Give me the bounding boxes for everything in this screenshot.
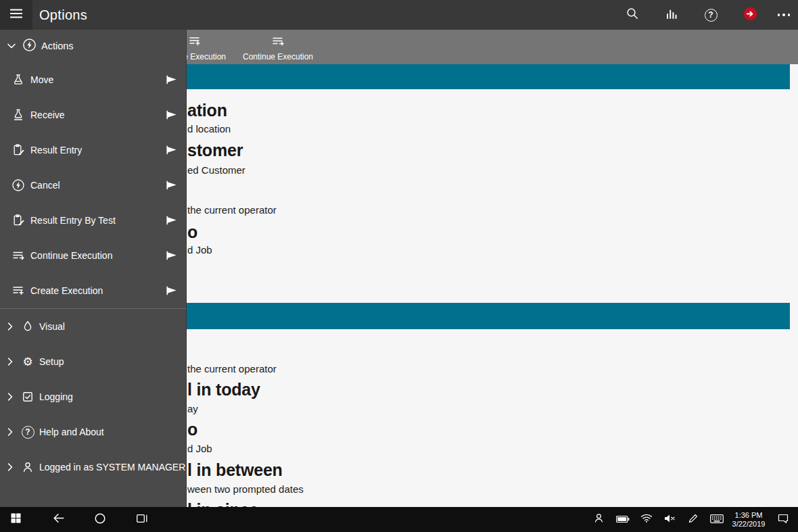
cortana-button[interactable] — [79, 507, 121, 532]
hamburger-button[interactable] — [0, 0, 32, 30]
toolbar-button-label: Continue Execution — [243, 52, 313, 62]
log-check-icon — [20, 390, 36, 404]
options-flyout-menu: Actions Move Receive — [0, 30, 187, 507]
more-icon — [778, 14, 791, 16]
windows-taskbar: 1:36 PM 3/22/2019 — [0, 507, 798, 532]
sidebar-item-label: Result Entry By Test — [30, 215, 116, 226]
clipboard-pencil-icon — [11, 143, 26, 157]
create-execution-icon — [188, 34, 202, 51]
sidebar-item-cancel[interactable]: Cancel — [0, 168, 186, 203]
lightning-circle-icon — [11, 178, 26, 192]
item-subtitle-fragment[interactable]: d location — [187, 122, 231, 135]
battery-icon — [616, 514, 630, 526]
item-title-fragment[interactable]: ation — [187, 99, 227, 121]
sidebar-group-visual[interactable]: Visual — [0, 309, 186, 344]
action-center-icon — [778, 513, 789, 527]
start-button[interactable] — [0, 507, 31, 532]
clipboard-pencil-icon — [11, 214, 26, 227]
sidebar-item-label: Move — [30, 74, 53, 85]
item-subtitle-fragment[interactable]: the current operator — [187, 203, 277, 216]
battery-button[interactable] — [611, 507, 635, 532]
toolbar-continue-execution-button[interactable]: Continue Execution — [243, 30, 313, 64]
back-button[interactable] — [37, 507, 79, 532]
sidebar-group-help-and-about[interactable]: ? Help and About — [0, 414, 186, 450]
hamburger-icon — [10, 9, 22, 21]
volume-muted-icon — [663, 514, 676, 526]
item-title-fragment[interactable]: o — [187, 418, 197, 440]
more-button[interactable] — [770, 0, 798, 30]
item-title-fragment[interactable]: stomer — [187, 139, 243, 161]
search-icon — [626, 7, 638, 22]
item-subtitle-fragment[interactable]: ed Customer — [187, 164, 245, 176]
sidebar-item-label: Create Execution — [30, 285, 103, 296]
people-icon — [593, 512, 605, 527]
people-button[interactable] — [586, 507, 611, 532]
help-icon: ? — [705, 9, 718, 22]
chevron-right-icon — [4, 427, 16, 437]
logout-icon — [743, 7, 757, 24]
sidebar-group-label: Setup — [39, 356, 64, 367]
gear-icon: ⚙ — [20, 356, 36, 368]
chevron-right-icon — [4, 356, 16, 367]
sidebar-item-move[interactable]: Move — [0, 62, 186, 97]
system-tray: 1:36 PM 3/22/2019 — [586, 507, 798, 532]
search-button[interactable] — [613, 0, 652, 30]
sidebar-item-create-execution[interactable]: Create Execution — [0, 273, 186, 308]
pin-flag-icon[interactable] — [166, 180, 178, 190]
sidebar-item-result-entry[interactable]: Result Entry — [0, 132, 186, 168]
sidebar-item-label: Cancel — [30, 180, 60, 191]
help-button[interactable]: ? — [691, 0, 730, 30]
pen-button[interactable] — [681, 507, 705, 532]
chevron-right-icon — [4, 462, 16, 473]
item-title-fragment[interactable]: l in today — [187, 379, 260, 400]
sidebar-item-continue-execution[interactable]: Continue Execution — [0, 238, 186, 273]
sidebar-group-label: Visual — [39, 321, 65, 332]
touch-keyboard-button[interactable] — [705, 507, 729, 532]
sidebar-group-setup[interactable]: ⚙ Setup — [0, 344, 186, 379]
sidebar-item-receive[interactable]: Receive — [0, 97, 186, 132]
sidebar-section-actions[interactable]: Actions — [0, 30, 186, 62]
sidebar-group-logging[interactable]: Logging — [0, 379, 186, 414]
help-icon: ? — [20, 426, 36, 439]
lightning-circle-icon — [22, 38, 37, 55]
task-view-button[interactable] — [121, 507, 163, 532]
item-subtitle-fragment[interactable]: ay — [187, 402, 198, 415]
sidebar-group-label: Help and About — [39, 427, 104, 437]
pin-flag-icon[interactable] — [166, 251, 178, 260]
flask-tray-icon — [11, 108, 26, 122]
sidebar-group-logged-in-user[interactable]: Logged in as SYSTEM MANAGER — [0, 450, 186, 485]
continue-execution-icon — [271, 34, 285, 51]
pin-flag-icon[interactable] — [166, 145, 178, 155]
volume-muted-button[interactable] — [658, 507, 681, 532]
item-title-fragment[interactable]: l in between — [187, 459, 283, 481]
user-icon — [20, 460, 36, 474]
pin-flag-icon[interactable] — [166, 286, 178, 295]
list-icon — [11, 249, 26, 262]
sidebar-item-label: Result Entry — [30, 145, 82, 155]
item-title-fragment[interactable]: o — [187, 221, 197, 243]
item-subtitle-fragment[interactable]: ween two prompted dates — [187, 483, 304, 495]
item-subtitle-fragment[interactable]: d Job — [187, 442, 212, 455]
item-subtitle-fragment[interactable]: the current operator — [187, 362, 277, 375]
logout-button[interactable] — [730, 0, 770, 30]
action-center-button[interactable] — [768, 507, 798, 532]
sidebar-item-label: Continue Execution — [30, 250, 112, 261]
back-arrow-icon — [52, 512, 65, 527]
sidebar-item-result-entry-by-test[interactable]: Result Entry By Test — [0, 203, 186, 238]
list-plus-icon — [11, 284, 26, 297]
pin-flag-icon[interactable] — [166, 216, 178, 225]
taskbar-date: 3/22/2019 — [732, 520, 766, 529]
wifi-button[interactable] — [635, 507, 658, 532]
chevron-down-icon — [5, 41, 18, 51]
app-topbar: Options ? — [0, 0, 798, 30]
item-subtitle-fragment[interactable]: d Job — [187, 243, 212, 256]
clock[interactable]: 1:36 PM 3/22/2019 — [729, 507, 768, 532]
pin-flag-icon[interactable] — [166, 110, 178, 120]
sidebar-item-label: Receive — [30, 110, 65, 120]
topbar-actions: ? — [613, 0, 798, 30]
chart-button[interactable] — [652, 0, 691, 30]
pen-icon — [688, 513, 699, 527]
keyboard-icon — [710, 514, 724, 526]
windows-logo-icon — [11, 513, 21, 526]
pin-flag-icon[interactable] — [166, 75, 178, 84]
